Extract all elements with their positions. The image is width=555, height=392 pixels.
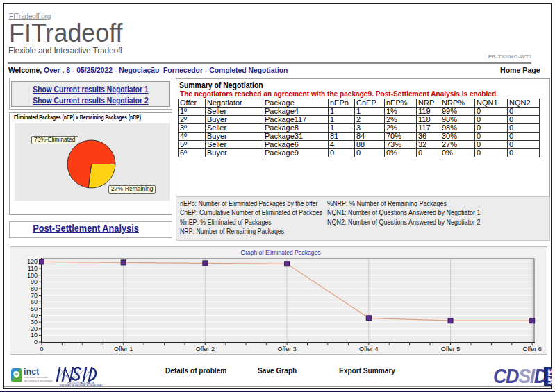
svg-text:80: 80 — [31, 285, 38, 292]
svg-text:110: 110 — [28, 265, 38, 272]
svg-text:60: 60 — [31, 298, 38, 305]
svg-text:70: 70 — [31, 292, 38, 299]
svg-text:0: 0 — [34, 339, 38, 346]
svg-text:Offer 1: Offer 1 — [114, 346, 133, 352]
svg-text:Offer 4: Offer 4 — [359, 346, 378, 352]
svg-text:Offer 5: Offer 5 — [441, 346, 460, 352]
svg-text:90: 90 — [31, 278, 38, 285]
svg-text:Offer 2: Offer 2 — [196, 346, 215, 352]
svg-text:30: 30 — [31, 318, 38, 325]
svg-text:120: 120 — [27, 258, 38, 265]
svg-text:0: 0 — [40, 346, 43, 352]
svg-text:100: 100 — [27, 272, 38, 279]
svg-text:10: 10 — [31, 332, 38, 339]
svg-text:40: 40 — [31, 312, 38, 319]
svg-text:50: 50 — [31, 305, 38, 312]
svg-text:Offer 6: Offer 6 — [523, 346, 542, 352]
svg-text:Offer 3: Offer 3 — [277, 346, 296, 352]
svg-text:20: 20 — [31, 325, 38, 332]
